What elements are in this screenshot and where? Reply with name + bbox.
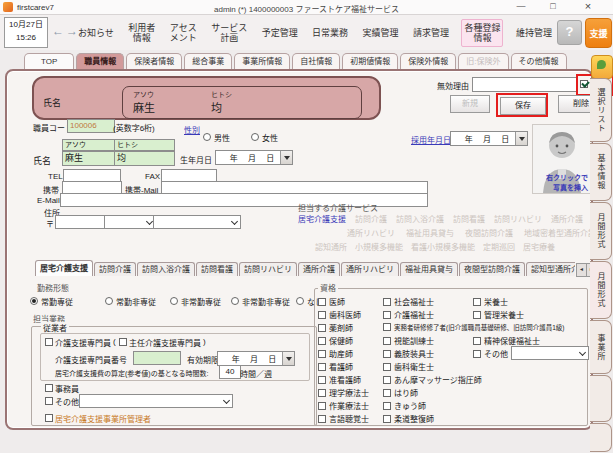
sidebar-tab-monthly-2[interactable]: 月間形式 [590, 261, 612, 319]
subtab-fukushi-yogu[interactable]: 福祉用具貸与 [400, 262, 458, 276]
address-select-1[interactable] [104, 215, 156, 229]
address-select-2[interactable] [153, 215, 241, 229]
qual-other-select[interactable] [511, 346, 589, 360]
tab-general-business[interactable]: 総合事業 [184, 53, 232, 69]
qual-checkbox[interactable] [318, 324, 326, 332]
birth-date-dropdown[interactable]: 年 月 日 [215, 150, 293, 165]
qual-checkbox[interactable] [318, 389, 326, 397]
qual-checkbox[interactable] [383, 350, 391, 358]
qual-checkbox[interactable] [473, 298, 481, 306]
menu-service-plan[interactable]: サービス 計画 [209, 20, 249, 46]
birth-date-dropdown-button[interactable] [280, 151, 292, 164]
menu-billing[interactable]: 請求管理 [411, 25, 451, 41]
back-arrow-icon[interactable]: ← [52, 24, 64, 38]
qual-checkbox[interactable] [318, 402, 326, 410]
qual-checkbox[interactable] [318, 350, 326, 358]
qual-checkbox[interactable] [318, 363, 326, 371]
qual-checkbox[interactable] [473, 311, 481, 319]
gender-female-radio[interactable] [251, 133, 259, 141]
gender-male-radio[interactable] [203, 133, 211, 141]
qual-checkbox[interactable] [383, 376, 391, 384]
clerk-checkbox[interactable] [45, 384, 53, 392]
invalid-checkbox[interactable] [580, 80, 588, 88]
qual-checkbox[interactable] [383, 402, 391, 410]
support-button[interactable]: 支援 [585, 18, 612, 48]
menu-schedule[interactable]: 予定管理 [260, 25, 300, 41]
qual-checkbox[interactable] [473, 350, 481, 358]
office-manager-checkbox[interactable] [45, 414, 53, 422]
subtab-tsusho-rehab[interactable]: 通所リハビリ [341, 262, 399, 276]
tab-other-info[interactable]: その他情報 [511, 53, 567, 69]
help-button[interactable]: ? [557, 20, 582, 45]
qual-checkbox[interactable] [318, 415, 326, 423]
qual-checkbox[interactable] [383, 415, 391, 423]
tab-insurer-info[interactable]: 保険者情報 [126, 53, 182, 69]
qual-checkbox[interactable] [473, 337, 481, 345]
hire-date-dropdown[interactable]: 年 月 日 [450, 131, 528, 146]
gender-link[interactable]: 性別 [184, 124, 200, 135]
subtab-homon-kaigo[interactable]: 訪問介護 [94, 262, 136, 276]
support-pc-icon[interactable] [591, 55, 613, 79]
qual-checkbox[interactable] [383, 311, 391, 319]
menu-maintenance[interactable]: 維持管理 [514, 25, 554, 41]
qual-checkbox[interactable] [318, 311, 326, 319]
menu-assessment[interactable]: アセス メント [168, 20, 199, 46]
last-name-field[interactable]: 麻生 [62, 151, 118, 166]
subtab-kyotaku-kaigoshien[interactable]: 居宅介護支援 [35, 260, 93, 276]
duty-other-select[interactable] [79, 394, 233, 408]
cm-number-field[interactable] [133, 351, 181, 365]
qual-checkbox[interactable] [383, 363, 391, 371]
expiry-date-dropdown[interactable]: 年 月 日 [217, 351, 295, 366]
qual-checkbox[interactable] [318, 376, 326, 384]
expiry-dropdown-button[interactable] [282, 352, 294, 365]
minimize-button[interactable]: — [508, 0, 534, 13]
tab-noninsurance-info[interactable]: 保険外情報 [400, 53, 456, 69]
menu-daily-work[interactable]: 日常業務 [310, 25, 350, 41]
tab-top[interactable]: TOP [24, 53, 74, 69]
service-active-link[interactable]: 居宅介護支援 [298, 213, 346, 224]
qual-checkbox[interactable] [383, 389, 391, 397]
menu-results[interactable]: 実績管理 [361, 25, 401, 41]
sidebar-tab-office[interactable]: 事業所 [590, 320, 612, 374]
save-button[interactable]: 保存 [500, 97, 546, 115]
qual-checkbox[interactable] [318, 298, 326, 306]
tab-staff-info[interactable]: 職員情報 [76, 53, 124, 69]
qual-checkbox[interactable] [318, 337, 326, 345]
subtab-homon-rehab[interactable]: 訪問リハビリ [239, 262, 297, 276]
menu-registration[interactable]: 各種登録 情報 [461, 19, 503, 47]
qual-checkbox[interactable] [383, 323, 391, 331]
first-name-field[interactable]: 均 [114, 151, 175, 166]
subtab-yakan-homon[interactable]: 夜間型訪問介護 [459, 262, 525, 276]
menu-notice[interactable]: お知らせ [76, 25, 116, 41]
sidebar-tab-select-list[interactable]: 選択リスト [590, 78, 612, 142]
menu-users[interactable]: 利用者 情報 [126, 20, 157, 46]
tab-company-info[interactable]: 自社情報 [292, 53, 340, 69]
staff-code-field[interactable]: 100006 [67, 119, 115, 133]
furigana-first-field[interactable]: ヒトシ [114, 139, 175, 151]
postal-code-field[interactable] [55, 215, 106, 229]
tab-default-info[interactable]: 初期値情報 [342, 53, 398, 69]
workstyle-radio-4[interactable] [296, 297, 304, 305]
hire-date-label[interactable]: 採用年月日 [411, 134, 451, 145]
staff-photo-placeholder[interactable]: 右クリックで 写真を挿入 [532, 124, 592, 194]
furigana-last-field[interactable]: アソウ [62, 139, 118, 151]
tab-office-info[interactable]: 事業所情報 [234, 53, 290, 69]
care-manager-checkbox[interactable] [45, 338, 53, 346]
sidebar-tab-basic-info[interactable]: 基本情報 [590, 143, 612, 201]
close-button[interactable]: × [575, 0, 601, 13]
hire-date-dropdown-button[interactable] [515, 132, 527, 145]
chief-care-manager-checkbox[interactable] [119, 338, 127, 346]
sidebar-tab-monthly-1[interactable]: 月間形式 [590, 202, 612, 260]
workstyle-radio-2[interactable] [170, 297, 178, 305]
workstyle-radio-0[interactable] [30, 297, 38, 305]
subtab-homon-nyuyoku[interactable]: 訪問入浴介護 [137, 262, 195, 276]
hours-field[interactable]: 40 [219, 365, 241, 379]
qual-checkbox[interactable] [383, 337, 391, 345]
subtab-homon-kango[interactable]: 訪問看護 [196, 262, 238, 276]
workstyle-radio-3[interactable] [231, 297, 239, 305]
duty-other-checkbox[interactable] [45, 397, 53, 405]
workstyle-radio-1[interactable] [105, 297, 113, 305]
invalid-reason-input[interactable] [472, 77, 578, 92]
qual-checkbox[interactable] [383, 298, 391, 306]
subtab-ninchi-tsusho[interactable]: 認知型通所介護 [526, 262, 575, 276]
